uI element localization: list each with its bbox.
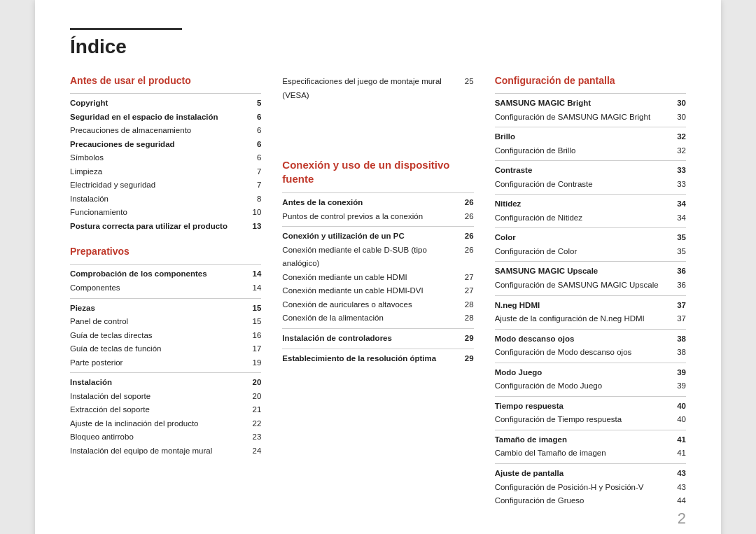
toc-row: Modo Juego39 (495, 366, 686, 380)
toc-num: 6 (247, 111, 261, 125)
toc-label: SAMSUNG MAGIC Upscale (495, 265, 672, 279)
toc-num: 33 (672, 164, 686, 178)
column-2: Especificaciones del juego de montaje mu… (282, 75, 473, 521)
toc-num: 27 (460, 271, 474, 285)
toc-num: 36 (672, 265, 686, 279)
section-col2-top: Especificaciones del juego de montaje mu… (282, 75, 473, 102)
toc-num: 21 (247, 403, 261, 417)
toc-label: Establecimiento de la resolución óptima (282, 352, 459, 366)
toc-num: 22 (247, 417, 261, 431)
toc-num: 43 (672, 467, 686, 481)
toc-label: Instalación del soporte (70, 390, 247, 404)
column-1: Antes de usar el producto Copyright5Segu… (70, 75, 261, 521)
col1-items2: Comprobación de los componentes14Compone… (70, 267, 261, 458)
col2-items-top: Especificaciones del juego de montaje mu… (282, 75, 473, 102)
toc-row: Tiempo respuesta40 (495, 400, 686, 414)
toc-row: Postura correcta para utilizar el produc… (70, 220, 261, 234)
toc-num: 41 (672, 447, 686, 461)
toc-row: Precauciones de almacenamiento6 (70, 124, 261, 138)
toc-label: Ajuste de pantalla (495, 467, 672, 481)
toc-num: 16 (247, 329, 261, 343)
toc-label: Parte posterior (70, 356, 247, 370)
section-preparativos-title: Preparativos (70, 246, 261, 257)
toc-row: Funcionamiento10 (70, 206, 261, 220)
toc-num: 36 (672, 279, 686, 293)
toc-num: 24 (247, 444, 261, 458)
toc-label: Piezas (70, 302, 247, 316)
toc-label: Seguridad en el espacio de instalación (70, 111, 247, 125)
toc-num: 38 (672, 346, 686, 360)
toc-row: SAMSUNG MAGIC Upscale36 (495, 265, 686, 279)
toc-num: 35 (672, 231, 686, 245)
toc-row: Parte posterior19 (70, 356, 261, 370)
toc-label: Puntos de control previos a la conexión (282, 210, 459, 224)
toc-num: 25 (460, 75, 474, 89)
toc-num: 44 (672, 494, 686, 508)
toc-num: 8 (247, 192, 261, 206)
toc-label: Extracción del soporte (70, 403, 247, 417)
toc-num: 39 (672, 379, 686, 393)
toc-num: 40 (672, 413, 686, 427)
toc-num: 28 (460, 311, 474, 325)
toc-row: Bloqueo antirrobo23 (70, 430, 261, 444)
toc-row: Guía de teclas directas16 (70, 329, 261, 343)
toc-label: Postura correcta para utilizar el produc… (70, 220, 247, 234)
toc-label: Conexión mediante el cable D-SUB (tipo a… (282, 244, 459, 271)
toc-row: Instalación20 (70, 376, 261, 390)
toc-row: Guía de teclas de función17 (70, 342, 261, 356)
toc-label: Cambio del Tamaño de imagen (495, 447, 672, 461)
divider (495, 430, 686, 430)
toc-row: Conexión mediante un cable HDMI-DVI27 (282, 284, 473, 298)
toc-label: Instalación (70, 192, 247, 206)
divider (282, 226, 473, 227)
toc-num: 7 (247, 165, 261, 179)
toc-row: Especificaciones del juego de montaje mu… (282, 75, 473, 102)
toc-label: Guía de teclas directas (70, 329, 247, 343)
toc-label: Ajuste de la inclinación del producto (70, 417, 247, 431)
toc-label: Tiempo respuesta (495, 400, 672, 414)
divider (70, 372, 261, 373)
toc-num: 43 (672, 481, 686, 495)
toc-label: Copyright (70, 97, 247, 111)
toc-num: 33 (672, 178, 686, 192)
toc-num: 13 (247, 220, 261, 234)
toc-num: 41 (672, 433, 686, 447)
divider (282, 328, 473, 329)
toc-label: Tamaño de imagen (495, 433, 672, 447)
toc-row: Instalación del soporte20 (70, 390, 261, 404)
toc-num: 34 (672, 197, 686, 211)
toc-row: Electricidad y seguridad7 (70, 178, 261, 192)
toc-label: Configuración de Brillo (495, 144, 672, 158)
toc-label: Nitidez (495, 197, 672, 211)
divider (495, 396, 686, 397)
toc-row: Precauciones de seguridad6 (70, 138, 261, 152)
toc-row: Piezas15 (70, 302, 261, 316)
toc-row: Modo descanso ojos38 (495, 332, 686, 346)
toc-row: Comprobación de los componentes14 (70, 267, 261, 281)
toc-label: Modo Juego (495, 366, 672, 380)
divider (495, 127, 686, 127)
toc-row: Configuración de Tiempo respuesta40 (495, 413, 686, 427)
toc-num: 30 (672, 97, 686, 111)
toc-num: 14 (247, 281, 261, 295)
toc-num: 34 (672, 211, 686, 225)
toc-num: 20 (247, 390, 261, 404)
divider (495, 227, 686, 228)
toc-row: Limpieza7 (70, 165, 261, 179)
toc-label: Bloqueo antirrobo (70, 430, 247, 444)
divider (495, 194, 686, 195)
toc-row: Nitidez34 (495, 197, 686, 211)
col3-items: SAMSUNG MAGIC Bright30Configuración de S… (495, 97, 686, 508)
toc-num: 37 (672, 312, 686, 326)
divider (495, 463, 686, 464)
toc-row: Instalación de controladores29 (282, 332, 473, 346)
toc-row: Brillo32 (495, 130, 686, 144)
toc-row: SAMSUNG MAGIC Bright30 (495, 97, 686, 111)
toc-label: Componentes (70, 281, 247, 295)
title-bar (70, 28, 182, 30)
divider (495, 160, 686, 161)
toc-label: Conexión mediante un cable HDMI (282, 271, 459, 285)
toc-row: Extracción del soporte21 (70, 403, 261, 417)
toc-label: Limpieza (70, 165, 247, 179)
section-conexion-title: Conexión y uso de un dispositivo fuente (282, 158, 473, 185)
